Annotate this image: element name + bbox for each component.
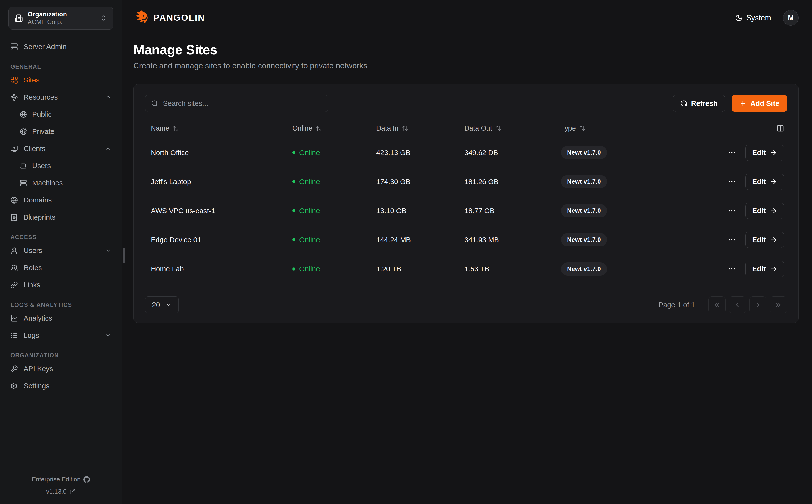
add-site-button[interactable]: Add Site <box>732 95 787 112</box>
arrow-right-icon <box>770 265 777 272</box>
sidebar-item-label: Private <box>32 127 54 136</box>
laptop-icon <box>20 162 27 169</box>
sidebar-item-server-admin[interactable]: Server Admin <box>6 38 116 55</box>
first-page-button[interactable] <box>708 296 726 313</box>
sidebar-item-settings[interactable]: Settings <box>6 377 116 394</box>
column-label: Data Out <box>464 124 492 132</box>
table-row: AWS VPC us-east-1 Online 13.10 GB 18.77 … <box>145 196 787 225</box>
next-page-button[interactable] <box>749 296 766 313</box>
site-type-badge: Newt v1.7.0 <box>561 262 607 276</box>
ellipsis-icon <box>728 265 736 273</box>
sidebar-item-users[interactable]: Users <box>6 242 116 259</box>
row-actions: Edit <box>682 203 787 219</box>
edit-site-button[interactable]: Edit <box>745 174 784 190</box>
edit-site-button[interactable]: Edit <box>745 232 784 248</box>
sidebar-item-roles[interactable]: Roles <box>6 259 116 276</box>
edit-site-button[interactable]: Edit <box>745 261 784 277</box>
previous-page-button[interactable] <box>729 296 746 313</box>
site-status: Online <box>288 178 376 186</box>
sidebar-item-resources[interactable]: Resources <box>6 89 116 106</box>
refresh-label: Refresh <box>691 99 718 107</box>
page-size-value: 20 <box>152 301 160 309</box>
avatar-initial: M <box>788 14 794 22</box>
user-avatar[interactable]: M <box>783 10 799 26</box>
pangolin-logo-icon <box>133 10 149 26</box>
row-menu-button[interactable] <box>727 235 737 245</box>
link-icon <box>10 281 18 289</box>
org-switcher[interactable]: Organization ACME Corp. <box>8 7 113 30</box>
sidebar-item-links[interactable]: Links <box>6 276 116 293</box>
row-menu-button[interactable] <box>727 147 737 158</box>
edit-site-button[interactable]: Edit <box>745 203 784 219</box>
sidebar-item-label: Settings <box>24 382 49 390</box>
refresh-button[interactable]: Refresh <box>673 95 725 112</box>
sidebar-item-public[interactable]: Public <box>10 106 116 123</box>
column-header-name[interactable]: Name <box>145 124 288 132</box>
sidebar-section-organization: ORGANIZATION <box>6 352 116 359</box>
topbar-right: System M <box>734 10 799 26</box>
sidebar-item-label: API Keys <box>24 365 53 373</box>
main-content: PANGOLIN System M Manage Sites Create an… <box>122 0 812 504</box>
arrow-right-icon <box>770 149 777 156</box>
edit-site-button[interactable]: Edit <box>745 145 784 161</box>
edition-link[interactable]: Enterprise Edition <box>30 475 91 483</box>
site-data-out: 341.93 MB <box>464 236 561 244</box>
sidebar-item-label: Roles <box>24 264 42 272</box>
row-actions: Edit <box>682 174 787 190</box>
theme-toggle-button[interactable]: System <box>734 13 772 22</box>
sidebar-item-clients[interactable]: Clients <box>6 140 116 157</box>
column-header-data-in[interactable]: Data In <box>376 124 464 132</box>
version-link[interactable]: v1.13.0 <box>45 488 77 495</box>
column-label: Online <box>292 124 312 132</box>
page-label: Page 1 of 1 <box>659 301 695 309</box>
last-page-button[interactable] <box>770 296 787 313</box>
edition-label: Enterprise Edition <box>32 476 81 483</box>
online-label: Online <box>299 178 320 186</box>
row-menu-button[interactable] <box>727 264 737 274</box>
row-actions: Edit <box>682 145 787 161</box>
site-type-badge: Newt v1.7.0 <box>561 146 607 159</box>
chart-line-icon <box>10 315 18 322</box>
page-size-select[interactable]: 20 <box>145 296 179 313</box>
site-data-out: 18.77 GB <box>464 207 561 215</box>
column-header-online[interactable]: Online <box>288 124 376 132</box>
site-data-in: 13.10 GB <box>376 207 464 215</box>
sidebar-item-api-keys[interactable]: API Keys <box>6 360 116 377</box>
site-name: Jeff's Laptop <box>145 178 288 186</box>
sidebar-item-client-users[interactable]: Users <box>10 157 116 174</box>
sort-icon <box>579 125 585 131</box>
ellipsis-icon <box>728 149 736 156</box>
sidebar-item-machines[interactable]: Machines <box>10 174 116 192</box>
header-actions-cell <box>682 125 787 132</box>
table-body: North Office Online 423.13 GB 349.62 DB … <box>145 138 787 283</box>
search-input[interactable] <box>162 99 322 108</box>
globe-icon <box>10 197 18 204</box>
table-row: Edge Device 01 Online 144.24 MB 341.93 M… <box>145 225 787 254</box>
sidebar-item-logs[interactable]: Logs <box>6 327 116 344</box>
server-icon <box>10 43 18 50</box>
sidebar-item-private[interactable]: Private <box>10 123 116 140</box>
column-visibility-button[interactable] <box>776 125 784 132</box>
column-header-data-out[interactable]: Data Out <box>464 124 561 132</box>
sidebar-scrollbar-thumb[interactable] <box>123 248 125 263</box>
row-menu-button[interactable] <box>727 176 737 187</box>
site-status: Online <box>288 265 376 273</box>
sidebar-item-label: Machines <box>32 179 63 187</box>
site-status: Online <box>288 207 376 215</box>
users-icon <box>10 264 18 272</box>
sidebar: Organization ACME Corp. Server Admin GEN… <box>0 0 122 504</box>
sidebar-item-sites[interactable]: Sites <box>6 71 116 89</box>
sidebar-section-logs-analytics: LOGS & ANALYTICS <box>6 302 116 308</box>
sidebar-item-blueprints[interactable]: Blueprints <box>6 209 116 226</box>
chevron-down-icon <box>105 247 111 254</box>
sidebar-item-analytics[interactable]: Analytics <box>6 310 116 327</box>
site-type-badge: Newt v1.7.0 <box>561 233 607 246</box>
chevron-down-icon <box>166 302 172 308</box>
chevron-right-icon <box>754 301 761 308</box>
globe-icon <box>20 111 27 118</box>
sidebar-item-domains[interactable]: Domains <box>6 192 116 209</box>
site-name: AWS VPC us-east-1 <box>145 207 288 215</box>
row-menu-button[interactable] <box>727 206 737 216</box>
column-header-type[interactable]: Type <box>561 124 682 132</box>
online-label: Online <box>299 149 320 157</box>
